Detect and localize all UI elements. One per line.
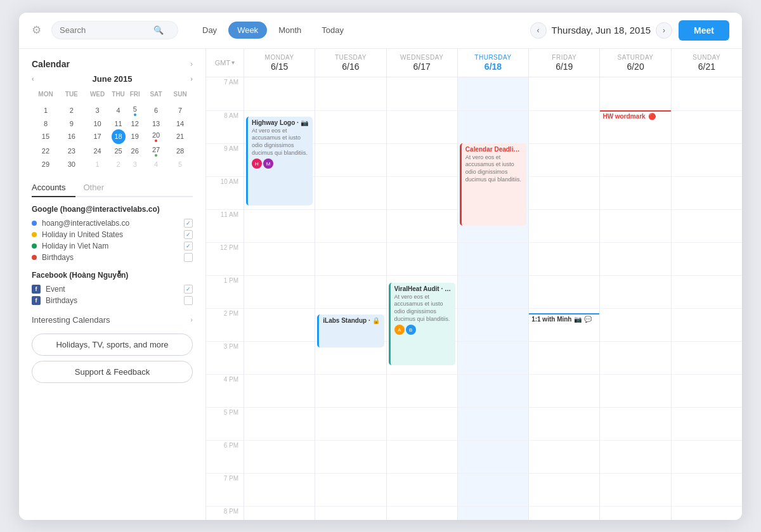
hour-cell[interactable] — [315, 473, 386, 506]
hour-cell[interactable] — [529, 110, 599, 143]
one-on-one-label[interactable]: 1:1 with Minh 📷 💬 — [529, 315, 599, 324]
hour-cell[interactable] — [315, 506, 386, 520]
cal-day[interactable]: 1 — [32, 103, 60, 118]
hour-cell[interactable] — [315, 374, 386, 407]
cal-day[interactable] — [84, 100, 112, 103]
hour-cell[interactable] — [529, 506, 599, 520]
hour-cell[interactable] — [315, 275, 386, 308]
cal-day[interactable]: 2 — [112, 159, 126, 170]
hour-cell[interactable] — [315, 440, 386, 473]
cal-day[interactable]: 25 — [112, 144, 126, 159]
meet-button[interactable]: Meet — [679, 20, 729, 41]
hour-cell[interactable] — [387, 209, 457, 242]
event-highway-logo[interactable]: Highway Logo · 📷 At vero eos et accusamu… — [246, 117, 313, 205]
cal-day[interactable]: 26 — [126, 144, 145, 159]
cal-day[interactable]: 4 — [145, 159, 167, 170]
cal-day[interactable]: 28 — [167, 144, 193, 159]
hour-cell[interactable] — [458, 242, 528, 275]
cal-checkbox-fb-birthdays[interactable] — [184, 296, 193, 305]
hour-cell[interactable] — [458, 308, 528, 341]
hour-cell[interactable] — [458, 407, 528, 440]
hour-cell[interactable] — [458, 341, 528, 374]
cal-day[interactable]: 22 — [32, 144, 60, 159]
hour-cell[interactable] — [315, 242, 386, 275]
cal-checkbox-us-holidays[interactable]: ✓ — [184, 230, 193, 239]
cal-day[interactable]: 1 — [84, 159, 112, 170]
hour-cell[interactable] — [244, 407, 315, 440]
hour-cell[interactable] — [600, 308, 670, 341]
hw-wordmark-label[interactable]: HW wordmark 🔴 — [600, 112, 670, 121]
cal-day[interactable]: 13 — [145, 118, 167, 129]
gmt-cell[interactable]: GMT ▾ — [206, 49, 244, 77]
hour-cell[interactable] — [672, 407, 742, 440]
cal-checkbox-fb-event[interactable]: ✓ — [184, 285, 193, 294]
cal-checkbox-vn-holidays[interactable]: ✓ — [184, 242, 193, 250]
hour-cell[interactable] — [672, 341, 742, 374]
calendar-item-fb-birthdays[interactable]: f Birthdays — [32, 295, 193, 306]
cal-day[interactable]: 19 — [126, 129, 145, 144]
hour-cell[interactable] — [672, 374, 742, 407]
hour-cell[interactable] — [672, 473, 742, 506]
tab-accounts[interactable]: Accounts — [32, 179, 75, 197]
hour-cell[interactable] — [244, 374, 315, 407]
hour-cell[interactable] — [387, 473, 457, 506]
gear-icon[interactable]: ⚙ — [32, 23, 41, 37]
next-month-btn[interactable]: › — [190, 75, 193, 82]
next-week-btn[interactable]: › — [656, 22, 672, 39]
cal-day[interactable]: 16 — [60, 129, 84, 144]
hour-cell[interactable] — [600, 143, 670, 176]
hour-cell[interactable] — [315, 77, 386, 110]
hour-cell[interactable] — [672, 242, 742, 275]
hour-cell[interactable] — [244, 209, 315, 242]
hour-cell[interactable] — [244, 242, 315, 275]
month-view-btn[interactable]: Month — [270, 22, 310, 39]
cal-day[interactable]: 14 — [167, 118, 193, 129]
hour-cell[interactable] — [458, 275, 528, 308]
hour-cell[interactable] — [244, 440, 315, 473]
hour-cell[interactable] — [600, 275, 670, 308]
hour-cell[interactable] — [244, 506, 315, 520]
hour-cell[interactable] — [600, 473, 670, 506]
cal-day[interactable]: 29 — [32, 159, 60, 170]
hour-cell[interactable] — [315, 209, 386, 242]
hour-cell[interactable] — [600, 506, 670, 520]
hour-cell[interactable] — [315, 407, 386, 440]
calendar-item-vn-holidays[interactable]: Holiday in Viet Nam ✓ — [32, 240, 193, 252]
support-feedback-btn[interactable]: Support & Feedback — [32, 361, 193, 383]
cal-day[interactable]: 3 — [126, 159, 145, 170]
hour-cell[interactable] — [387, 440, 457, 473]
cal-checkbox-birthdays-g[interactable] — [184, 253, 193, 262]
hour-cell[interactable] — [672, 506, 742, 520]
cal-day[interactable]: 4 — [112, 103, 126, 118]
hour-cell[interactable] — [600, 341, 670, 374]
hour-cell[interactable] — [672, 308, 742, 341]
cal-day[interactable] — [126, 100, 145, 103]
cal-day[interactable]: 9 — [60, 118, 84, 129]
today-btn[interactable]: Today — [313, 22, 353, 39]
hour-cell[interactable] — [672, 143, 742, 176]
hour-cell[interactable] — [600, 242, 670, 275]
hour-cell[interactable] — [672, 77, 742, 110]
hour-cell[interactable] — [672, 275, 742, 308]
cal-day[interactable] — [145, 100, 167, 103]
hour-cell[interactable] — [600, 176, 670, 209]
cal-day[interactable]: 7 — [167, 103, 193, 118]
hour-cell[interactable] — [529, 407, 599, 440]
hour-cell[interactable] — [387, 176, 457, 209]
cal-day[interactable]: 10 — [84, 118, 112, 129]
hour-cell[interactable] — [529, 341, 599, 374]
hour-cell[interactable] — [672, 176, 742, 209]
hour-cell[interactable] — [458, 440, 528, 473]
search-input[interactable] — [60, 25, 148, 35]
prev-week-btn[interactable]: ‹ — [530, 22, 547, 39]
prev-month-btn[interactable]: ‹ — [32, 75, 34, 82]
hour-cell[interactable] — [244, 341, 315, 374]
hour-cell[interactable] — [244, 473, 315, 506]
event-viralheat-audit[interactable]: ViralHeat Audit · 💬 At vero eos et accus… — [389, 283, 455, 365]
cal-checkbox-main[interactable]: ✓ — [184, 219, 193, 228]
hour-cell[interactable] — [458, 473, 528, 506]
hour-cell[interactable] — [672, 209, 742, 242]
interesting-calendars-header[interactable]: Interesting Calendars › — [19, 306, 205, 328]
hour-cell[interactable] — [600, 209, 670, 242]
week-view-btn[interactable]: Week — [228, 22, 267, 39]
